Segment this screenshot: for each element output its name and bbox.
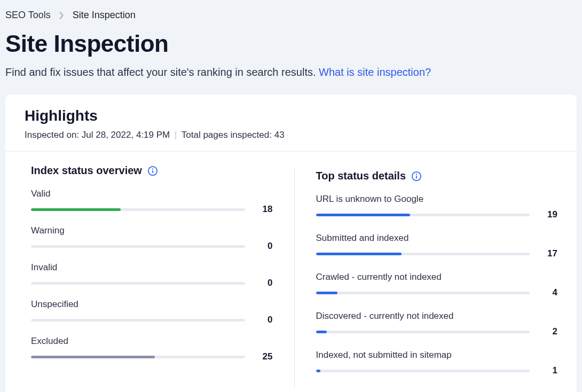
bar-item: Indexed, not submitted in sitemap1	[316, 350, 558, 376]
meta-separator: |	[175, 130, 177, 140]
info-icon[interactable]	[411, 171, 422, 182]
top-status-title: Top status details	[316, 170, 406, 182]
bar-item: URL is unknown to Google19	[316, 194, 558, 220]
bar-track	[31, 319, 245, 322]
bar-row: 18	[31, 204, 273, 215]
bar-row: 25	[31, 351, 273, 362]
bar-row: 17	[316, 248, 558, 259]
bar-row: 2	[316, 326, 558, 337]
bar-track	[316, 292, 530, 294]
bar-item: Warning0	[31, 225, 273, 252]
svg-rect-5	[416, 175, 417, 178]
bar-label: Unspecified	[31, 299, 273, 310]
bar-row: 4	[316, 287, 558, 298]
bar-value: 0	[259, 241, 273, 252]
index-overview-bars: Valid18Warning0Invalid0Unspecified0Exclu…	[31, 189, 273, 362]
bar-track	[316, 214, 530, 216]
bar-label: Crawled - currently not indexed	[316, 272, 558, 283]
bar-item: Crawled - currently not indexed4	[316, 272, 558, 298]
bar-row: 1	[316, 365, 558, 376]
highlights-header: Highlights Inspected on: Jul 28, 2022, 4…	[5, 95, 577, 152]
highlights-meta: Inspected on: Jul 28, 2022, 4:19 PM | To…	[25, 130, 557, 140]
top-status-panel: Top status details URL is unknown to Goo…	[316, 164, 558, 389]
page-title: Site Inspection	[5, 30, 577, 57]
svg-point-1	[152, 168, 153, 169]
help-link[interactable]: What is site inspection?	[319, 66, 431, 78]
info-icon[interactable]	[147, 166, 158, 176]
bar-track	[316, 370, 530, 372]
bar-label: Valid	[31, 189, 273, 199]
bar-value: 0	[259, 278, 273, 288]
bar-fill	[31, 208, 121, 211]
bar-value: 0	[259, 315, 273, 325]
bar-fill	[316, 253, 402, 255]
bar-item: Valid18	[31, 189, 273, 215]
bar-fill	[316, 292, 337, 294]
bar-label: Excluded	[31, 336, 273, 347]
bar-row: 0	[31, 278, 273, 288]
inspected-on-value: Jul 28, 2022, 4:19 PM	[82, 130, 170, 140]
bar-track	[31, 245, 245, 248]
bar-row: 0	[31, 315, 273, 325]
bar-fill	[31, 356, 155, 358]
bar-track	[31, 356, 245, 358]
bar-track	[31, 282, 245, 285]
index-overview-panel: Index status overview Valid18Warning0Inv…	[31, 164, 273, 389]
chevron-right-icon	[59, 12, 64, 19]
bar-item: Submitted and indexed17	[316, 233, 558, 259]
bar-value: 2	[544, 326, 557, 337]
highlights-card: Highlights Inspected on: Jul 28, 2022, 4…	[5, 95, 577, 392]
svg-point-4	[416, 174, 417, 175]
bar-label: Submitted and indexed	[316, 233, 558, 244]
bar-row: 0	[31, 241, 273, 252]
bar-label: Discovered - currently not indexed	[316, 311, 558, 322]
breadcrumb-current: Site Inspection	[73, 10, 136, 21]
subtitle-text: Find and fix issues that affect your sit…	[5, 66, 319, 78]
bar-value: 19	[544, 209, 557, 220]
bar-track	[316, 253, 530, 255]
bar-fill	[316, 214, 410, 216]
bar-label: Warning	[31, 225, 273, 236]
index-overview-title: Index status overview	[31, 164, 142, 177]
bar-value: 1	[544, 365, 557, 376]
bar-value: 18	[259, 204, 273, 215]
breadcrumb: SEO Tools Site Inspection	[5, 5, 577, 21]
svg-rect-2	[152, 170, 153, 173]
highlights-title: Highlights	[25, 107, 557, 124]
total-pages-value: 43	[274, 130, 285, 140]
bar-track	[316, 331, 530, 333]
bar-label: Indexed, not submitted in sitemap	[316, 350, 558, 360]
bar-value: 25	[259, 351, 273, 362]
top-status-bars: URL is unknown to Google19Submitted and …	[316, 194, 558, 376]
bar-value: 17	[544, 248, 557, 259]
bar-item: Discovered - currently not indexed2	[316, 311, 558, 337]
bar-item: Invalid0	[31, 262, 273, 288]
bar-label: Invalid	[31, 262, 273, 273]
inspected-on-label: Inspected on:	[25, 130, 82, 140]
bar-item: Unspecified0	[31, 299, 273, 325]
bar-track	[31, 208, 245, 211]
total-pages-label: Total pages inspected:	[182, 130, 274, 140]
panel-divider	[294, 168, 295, 389]
bar-value: 4	[544, 287, 557, 298]
bar-row: 19	[316, 209, 558, 220]
bar-fill	[316, 370, 320, 372]
bar-item: Excluded25	[31, 336, 273, 362]
page-subtitle: Find and fix issues that affect your sit…	[5, 65, 577, 80]
breadcrumb-root[interactable]: SEO Tools	[5, 10, 51, 21]
bar-label: URL is unknown to Google	[316, 194, 558, 205]
bar-fill	[316, 331, 327, 333]
